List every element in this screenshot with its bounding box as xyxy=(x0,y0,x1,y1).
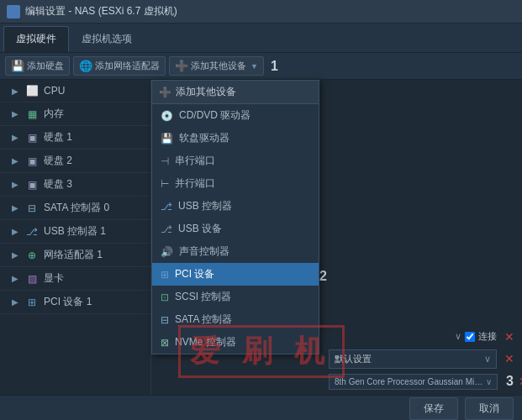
right-panel: ➕ 添加其他设备 💿 CD/DVD 驱动器 💾 软盘驱动器 ⊣ 串行端口 ⊢ xyxy=(151,80,522,395)
usb-dev-icon: ⎇ xyxy=(161,223,172,235)
hw-label-net1: 网络适配器 1 xyxy=(44,248,103,262)
connect-label: 连接 xyxy=(478,330,497,343)
add-other-label: 添加其他设备 xyxy=(191,60,246,72)
pci1-icon: ⊞ xyxy=(25,296,39,309)
serial-icon: ⊣ xyxy=(161,155,169,167)
cancel-button[interactable]: 取消 xyxy=(465,397,514,420)
arrow-net1: ▶ xyxy=(12,250,18,260)
disk3-icon: ▣ xyxy=(25,178,39,192)
hw-item-sata0[interactable]: ▶ ⊟ SATA 控制器 0 xyxy=(0,197,150,220)
disk1-icon: ▣ xyxy=(25,131,39,144)
sata-ctrl-icon: ⊟ xyxy=(161,314,169,326)
dropdown-item-sata-ctrl[interactable]: ⊟ SATA 控制器 xyxy=(152,308,319,331)
delete-settings-button[interactable]: ✕ xyxy=(502,351,517,366)
arrow-cpu: ▶ xyxy=(12,87,18,96)
arrow-disk3: ▶ xyxy=(12,180,18,189)
connect-checkbox[interactable] xyxy=(465,332,475,342)
add-hardware-button[interactable]: 💾 添加硬盘 xyxy=(5,56,70,76)
dropdown-item-scsi[interactable]: ⊡ SCSI 控制器 xyxy=(152,286,319,308)
dropdown-item-pci[interactable]: ⊞ PCI 设备 xyxy=(152,263,319,286)
dropdown-item-serial[interactable]: ⊣ 串行端口 xyxy=(152,150,319,172)
memory-icon: ▦ xyxy=(25,108,39,121)
right-settings: ∨ 连接 ✕ 默认设置 ∨ ✕ 8th xyxy=(324,80,522,395)
dropdown-item-sound[interactable]: 🔊 声音控制器 xyxy=(152,240,319,263)
nvme-icon: ⊠ xyxy=(161,337,169,349)
dropdown-item-nvme[interactable]: ⊠ NVMe 控制器 xyxy=(152,331,319,354)
connect-chevron: ∨ xyxy=(455,331,461,342)
default-settings-select[interactable]: 默认设置 ∨ xyxy=(329,349,497,369)
arrow-usb1: ▶ xyxy=(12,227,18,236)
dropdown-item-cdrom[interactable]: 💿 CD/DVD 驱动器 xyxy=(152,104,319,127)
hw-item-disk2[interactable]: ▶ ▣ 硬盘 2 xyxy=(0,150,150,173)
hw-item-display[interactable]: ▶ ▨ 显卡 xyxy=(0,267,150,291)
hw-label-usb1: USB 控制器 1 xyxy=(44,224,106,239)
main-content: ▶ ⬜ CPU ▶ ▦ 内存 ▶ ▣ 硬盘 1 ▶ ▣ 硬盘 2 ▶ ▣ xyxy=(0,80,522,395)
arrow-display: ▶ xyxy=(12,274,18,283)
sata0-icon: ⊟ xyxy=(25,202,39,215)
tab-vm-options[interactable]: 虚拟机选项 xyxy=(69,26,145,52)
badge-3: 3 xyxy=(506,374,514,389)
title-bar: 编辑设置 - NAS (ESXi 6.7 虚拟机) xyxy=(0,0,522,24)
hw-item-memory[interactable]: ▶ ▦ 内存 xyxy=(0,102,150,126)
dropdown-header: ➕ 添加其他设备 xyxy=(152,81,319,104)
pci-dropdown-icon: ⊞ xyxy=(161,269,169,281)
add-network-icon: 🌐 xyxy=(79,60,92,72)
display-icon: ▨ xyxy=(25,272,39,286)
add-device-dropdown: ➕ 添加其他设备 💿 CD/DVD 驱动器 💾 软盘驱动器 ⊣ 串行端口 ⊢ xyxy=(151,80,319,354)
connect-row: ∨ 连接 ✕ xyxy=(329,329,517,344)
hw-item-disk3[interactable]: ▶ ▣ 硬盘 3 xyxy=(0,173,150,197)
default-settings-row: 默认设置 ∨ ✕ xyxy=(329,349,517,369)
floppy-icon: 💾 xyxy=(161,133,173,144)
badge-1: 1 xyxy=(271,59,278,74)
arrow-disk2: ▶ xyxy=(12,156,18,165)
vm-icon xyxy=(7,5,20,18)
arrow-memory: ▶ xyxy=(12,109,18,118)
hardware-toolbar: 💾 添加硬盘 🌐 添加网络适配器 ➕ 添加其他设备 ▼ 1 xyxy=(0,53,522,80)
default-settings-chevron: ∨ xyxy=(484,354,491,365)
cdrom-icon: 💿 xyxy=(161,110,173,122)
model-value: 8th Gen Core Processor Gaussian Mixture … xyxy=(335,377,486,386)
hw-item-pci1[interactable]: ▶ ⊞ PCI 设备 1 xyxy=(0,291,150,314)
dropdown-add-icon: ➕ xyxy=(159,87,171,98)
sound-icon: 🔊 xyxy=(161,246,173,258)
hw-item-usb1[interactable]: ▶ ⎇ USB 控制器 1 xyxy=(0,220,150,244)
dropdown-item-usb-ctrl[interactable]: ⎇ USB 控制器 xyxy=(152,195,319,218)
hw-label-display: 显卡 xyxy=(44,271,64,286)
add-hardware-icon: 💾 xyxy=(11,60,24,72)
add-other-icon: ➕ xyxy=(175,60,188,72)
add-network-label: 添加网络适配器 xyxy=(95,60,160,72)
usb-ctrl-icon: ⎇ xyxy=(161,201,172,213)
hw-item-disk1[interactable]: ▶ ▣ 硬盘 1 xyxy=(0,126,150,150)
tab-virtual-hardware[interactable]: 虚拟硬件 xyxy=(3,26,69,52)
save-button[interactable]: 保存 xyxy=(409,397,458,420)
bottom-bar: 保存 取消 xyxy=(0,395,522,420)
default-settings-value: 默认设置 xyxy=(335,353,372,365)
usb1-icon: ⎇ xyxy=(25,225,39,239)
net1-icon: ⊕ xyxy=(25,249,39,262)
add-hardware-label: 添加硬盘 xyxy=(27,60,64,72)
arrow-pci1: ▶ xyxy=(12,297,18,307)
hw-item-net1[interactable]: ▶ ⊕ 网络适配器 1 xyxy=(0,244,150,267)
dropdown-header-label: 添加其他设备 xyxy=(176,85,236,99)
dropdown-item-usb-dev[interactable]: ⎇ USB 设备 xyxy=(152,218,319,240)
dropdown-item-floppy[interactable]: 💾 软盘驱动器 xyxy=(152,127,319,150)
hw-label-sata0: SATA 控制器 0 xyxy=(44,201,109,215)
model-row: 8th Gen Core Processor Gaussian Mixture … xyxy=(329,374,517,390)
hw-label-disk3: 硬盘 3 xyxy=(44,177,72,192)
cpu-icon: ⬜ xyxy=(25,84,39,97)
hardware-list: ▶ ⬜ CPU ▶ ▦ 内存 ▶ ▣ 硬盘 1 ▶ ▣ 硬盘 2 ▶ ▣ xyxy=(0,80,151,395)
delete-connect-button[interactable]: ✕ xyxy=(502,329,517,344)
tabs-bar: 虚拟硬件 虚拟机选项 xyxy=(0,24,522,53)
hw-label-disk1: 硬盘 1 xyxy=(44,130,72,144)
arrow-disk1: ▶ xyxy=(12,133,18,142)
add-other-device-button[interactable]: ➕ 添加其他设备 ▼ xyxy=(169,56,264,76)
arrow-sata0: ▶ xyxy=(12,203,18,213)
hw-label-disk2: 硬盘 2 xyxy=(44,154,72,168)
add-network-adapter-button[interactable]: 🌐 添加网络适配器 xyxy=(73,56,166,76)
parallel-icon: ⊢ xyxy=(161,178,169,190)
model-select[interactable]: 8th Gen Core Processor Gaussian Mixture … xyxy=(329,374,498,390)
hw-item-cpu[interactable]: ▶ ⬜ CPU xyxy=(0,80,150,102)
dropdown-item-parallel[interactable]: ⊢ 并行端口 xyxy=(152,172,319,195)
delete-model-button[interactable]: ✕ xyxy=(519,374,522,389)
model-chevron: ∨ xyxy=(486,377,492,386)
